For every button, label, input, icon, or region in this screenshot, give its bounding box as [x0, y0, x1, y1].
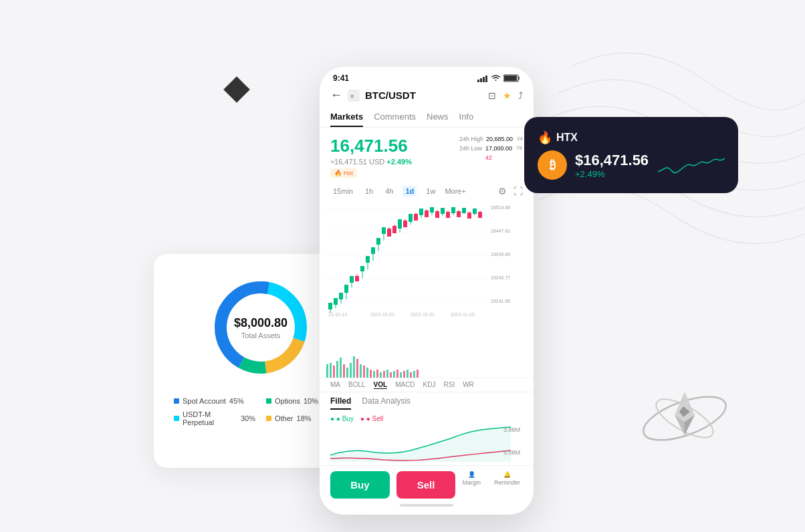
tf-1d[interactable]: 1d [402, 186, 417, 196]
chart-type-icon[interactable]: ⊡ [488, 90, 496, 101]
indicator-wr[interactable]: WR [463, 381, 474, 389]
svg-rect-72 [457, 211, 461, 217]
svg-rect-78 [473, 209, 477, 214]
favorite-icon[interactable]: ★ [503, 90, 511, 101]
htx-brand-name: HTX [556, 132, 578, 144]
price-usd: ≈16,471.51 USD +2.49% [330, 158, 454, 166]
svg-rect-109 [407, 370, 409, 378]
usdt-percent: 30% [241, 414, 255, 422]
margin-icon-item[interactable]: 👤 Margin [462, 471, 481, 499]
price-stats: 24h High 20,685.00 24 24h Low 17,000.00 … [459, 136, 523, 178]
svg-rect-110 [410, 372, 412, 378]
reminder-icon: 🔔 [503, 471, 511, 478]
tf-4h[interactable]: 4h [382, 186, 396, 196]
tab-comments[interactable]: Comments [374, 108, 416, 127]
status-time: 9:41 [333, 74, 349, 83]
svg-text:16141.85: 16141.85 [491, 299, 510, 303]
home-indicator [400, 504, 453, 507]
svg-rect-64 [435, 211, 439, 218]
trade-legend: ● ● Buy ● ● Sell [320, 412, 534, 425]
sell-legend: ● ● Sell [360, 415, 383, 422]
tab-markets[interactable]: Markets [330, 108, 363, 127]
indicator-macd[interactable]: MACD [395, 381, 415, 389]
svg-rect-107 [400, 372, 402, 378]
svg-text:16345.69: 16345.69 [491, 252, 510, 257]
price-change: +2.49% [386, 158, 412, 166]
total-assets-amount: $8,000.80 [234, 316, 288, 330]
sell-button[interactable]: Sell [396, 471, 456, 499]
svg-rect-5 [477, 80, 479, 82]
phone-header: ← ≡ BTC/USDT ⊡ ★ ⤴ [320, 86, 534, 108]
tf-1w[interactable]: 1w [423, 186, 438, 196]
fullscreen-icon[interactable]: ⛶ [513, 186, 523, 196]
indicator-ma[interactable]: MA [330, 381, 340, 389]
svg-rect-108 [403, 371, 405, 378]
tf-1h[interactable]: 1h [362, 186, 376, 196]
reminder-icon-item[interactable]: 🔔 Reminder [494, 471, 520, 499]
hot-badge: 🔥 Hot [330, 168, 357, 178]
margin-label: Margin [462, 479, 481, 486]
sell-value: 5.08M [503, 449, 520, 456]
indicator-rsi[interactable]: RSI [444, 381, 455, 389]
usdt-dot [174, 416, 179, 421]
total-assets-label: Total Assets [234, 331, 288, 340]
trade-volume-chart: 3.86M 5.08M [320, 425, 534, 465]
low-stat: 24h Low 17,000.00 79 [459, 145, 523, 152]
price-section: 16,471.56 ≈16,471.51 USD +2.49% 🔥 Hot 24… [320, 128, 534, 183]
svg-rect-112 [417, 370, 419, 378]
svg-rect-87 [333, 366, 335, 378]
other-label: Other [275, 414, 294, 422]
buy-button[interactable]: Buy [330, 471, 390, 499]
back-button[interactable]: ← [330, 88, 342, 102]
svg-rect-93 [353, 356, 355, 378]
svg-rect-88 [336, 361, 338, 378]
buy-value: 3.86M [503, 426, 520, 433]
high-stat: 24h High 20,685.00 24 [459, 136, 523, 142]
spot-percent: 45% [229, 397, 244, 405]
svg-rect-70 [451, 207, 455, 213]
svg-text:16243.77: 16243.77 [491, 275, 510, 280]
trade-tab-analysis[interactable]: Data Analysis [362, 396, 411, 410]
svg-text:≡: ≡ [350, 93, 354, 100]
phone-mockup: 9:41 ← ≡ BTC/USDT [320, 67, 534, 515]
bottom-action-icons: 👤 Margin 🔔 Reminder [462, 471, 523, 499]
options-label: Options [275, 397, 300, 405]
buy-legend: ● ● Buy [330, 415, 354, 422]
phone-bottom: Buy Sell 👤 Margin 🔔 Reminder [320, 465, 534, 515]
tab-news[interactable]: News [427, 108, 449, 127]
tf-15min[interactable]: 15min [330, 186, 356, 196]
header-action-icons: ⊡ ★ ⤴ [488, 90, 523, 101]
svg-rect-99 [373, 371, 375, 378]
pair-icon: ≡ [348, 90, 360, 102]
svg-rect-89 [340, 358, 342, 378]
indicator-vol[interactable]: VOL [374, 381, 388, 389]
candlestick-chart: 16514.66 16447.61 16345.69 16243.77 1614… [320, 199, 534, 378]
svg-rect-106 [396, 370, 398, 378]
btc-icon: ₿ [538, 150, 567, 180]
current-price: 16,471.56 [330, 136, 454, 156]
svg-rect-30 [344, 285, 348, 293]
svg-rect-6 [480, 78, 482, 82]
svg-rect-95 [360, 364, 362, 378]
legend-spot: Spot Account 45% [174, 397, 255, 405]
tf-more[interactable]: More+ [445, 187, 466, 195]
svg-rect-90 [343, 364, 345, 378]
trade-tab-filled[interactable]: Filled [330, 396, 351, 410]
svg-rect-46 [387, 229, 391, 237]
options-dot [266, 398, 271, 404]
indicator-boll[interactable]: BOLL [348, 381, 366, 389]
margin-icon: 👤 [468, 471, 475, 478]
usdt-label: USDT-M Perpetual [183, 410, 237, 426]
timeframe-bar: 15min 1h 4h 1d 1w More+ ⚙ ⛶ [320, 183, 534, 199]
htx-change: +2.49% [575, 169, 650, 179]
svg-rect-56 [414, 214, 418, 221]
tab-info[interactable]: Info [459, 108, 474, 127]
settings-icon[interactable]: ⚙ [498, 186, 507, 196]
options-percent: 10% [304, 397, 318, 405]
reminder-label: Reminder [494, 479, 520, 486]
svg-rect-7 [483, 77, 485, 82]
svg-text:2022-11-09: 2022-11-09 [451, 312, 475, 317]
indicator-kdj[interactable]: KDJ [423, 381, 436, 389]
share-icon[interactable]: ⤴ [518, 90, 523, 101]
other-dot [266, 416, 271, 421]
